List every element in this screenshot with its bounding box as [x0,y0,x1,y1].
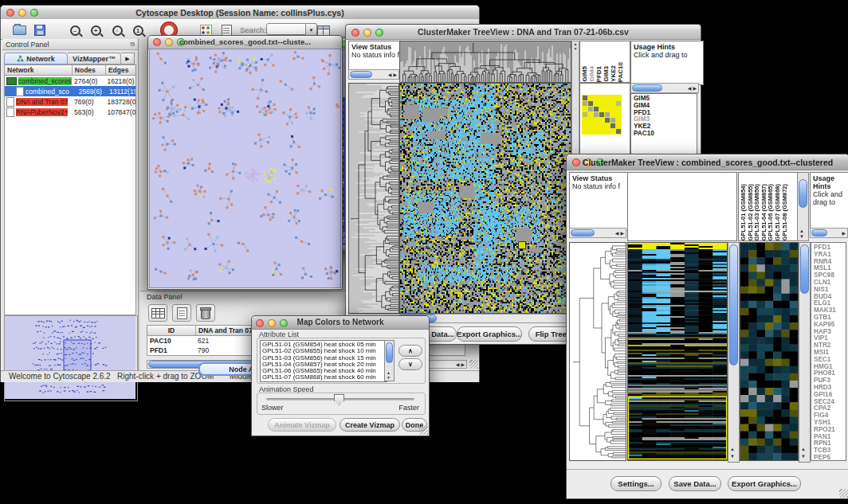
status-welcome: Welcome to Cytoscape 2.6.2 [9,372,111,381]
network-nodes-count: 2569(6) [79,88,109,96]
new-attribute-icon[interactable] [172,304,191,322]
gene-label: PAC10 [634,131,697,138]
network-row[interactable]: combined_scores 2764(0) 16218(0) [5,76,135,86]
tv2-view-status: View Status No status info f [569,172,631,231]
network-name: combined_sco [26,88,69,96]
main-resize-grip[interactable] [469,360,478,369]
gene-label: PEP5 [814,455,846,461]
network-table-header: Network Nodes Edges [4,64,136,76]
tv2-save-data-button[interactable]: Save Data... [669,476,721,491]
tv1-status-scrollbar[interactable]: ◀▶ [348,69,399,80]
scroll-left-icon[interactable]: ◀ [688,85,692,91]
tv2-settings-button[interactable]: Settings... [610,476,662,491]
tv1-column-label: GIM4 [589,66,595,82]
dialog-resize-grip[interactable] [419,426,428,435]
animate-vizmap-button[interactable]: Animate Vizmap [268,418,336,432]
network-table: combined_scores 2764(0) 16218(0) combine… [4,76,136,315]
tv1-column-label: PAC10 [618,62,624,82]
network-overview-panel[interactable] [4,315,138,401]
zoom-in-icon[interactable]: + [87,22,104,38]
scroll-right-icon[interactable]: ▶ [393,72,397,77]
tv1-zoom-heatmap[interactable] [582,95,622,135]
zoom-selected-icon[interactable]: ▫ [108,22,126,38]
network-edges-count: 13112(15) [109,88,135,96]
tv2-status-scrollbar[interactable]: ◀▶ [569,228,626,238]
tv2-global-heatmap[interactable] [627,242,728,461]
create-vizmap-button[interactable]: Create Vizmap [340,418,400,432]
move-down-button[interactable]: ∨ [398,358,422,370]
network-edges-count: 16218(0) [107,77,135,85]
tv2-column-dendrogram[interactable] [627,172,737,241]
scroll-right-icon[interactable]: ▶ [693,85,697,91]
treeview2-title: ClusterMaker TreeView : combined_scores_… [567,158,848,167]
delete-attribute-icon[interactable] [196,304,215,322]
float-panel-icon[interactable]: ⧉ [130,41,135,49]
scroll-left-icon[interactable]: ◀ [615,230,619,236]
network-type-icon [16,87,24,96]
dialog-title-bar[interactable]: Map Colors to Network [252,316,429,330]
tv2-row-dendrogram[interactable] [569,242,626,461]
attribute-list[interactable]: GPL51-01 (GSM854) heat shock 05 minGPL51… [260,340,387,382]
network-type-icon [6,97,14,107]
tab-vizmapper[interactable]: VizMapper™ [68,53,121,64]
tv1-column-label: YKE2 [610,65,617,82]
network-nodes-count: 2764(0) [74,77,107,85]
network-name: DNA and Tran 07 [16,98,68,106]
scroll-right-icon[interactable]: ▶ [842,230,846,236]
data-panel-title: Data Panel [147,293,183,301]
tv2-column-label: GPL51-08 (GSM872) [782,184,789,240]
scroll-left-icon[interactable]: ◀ [456,361,460,367]
network-row[interactable]: RNAPuberNov2+ 563(0) 107847(0) [5,107,135,117]
network-view-window: combined_scores_good.txt--cluste... [147,35,343,290]
select-attributes-icon[interactable] [148,304,167,322]
tv2-labels-vscrollbar[interactable]: ▲▼ [797,172,809,241]
network-type-icon [6,77,17,85]
main-window-title: Cytoscape Desktop (Session Name: collins… [1,8,479,18]
network-view-canvas[interactable] [149,49,341,288]
tab-overflow-arrow-icon[interactable]: ▶ [121,53,135,64]
tv2-resize-grip[interactable] [839,489,848,498]
treeview1-title-bar[interactable]: ClusterMaker TreeView : DNA and Tran 07-… [346,25,701,40]
network-row[interactable]: combined_sco 2569(6) 13112(15) [5,86,135,96]
zoom-out-icon[interactable]: – [66,22,84,38]
tv2-global-vscrollbar[interactable]: ▲▼ [728,242,740,463]
desktop: Cytoscape Desktop (Session Name: collins… [0,0,848,504]
tv1-column-dendrogram[interactable] [399,41,571,83]
attribute-list-item[interactable]: GPL51-07 (GSM868) heat shock 60 min [262,374,387,381]
tv1-global-heatmap[interactable] [399,83,571,314]
network-nodes-count: 769(0) [74,98,107,106]
scroll-right-icon[interactable]: ▶ [620,230,624,236]
tv2-zoom-vscrollbar[interactable]: ▲▼ [799,242,811,463]
zoom-fit-icon[interactable]: 1 [129,22,147,38]
tv2-usage-hints: Usage Hints Click and drag to [810,172,848,231]
scroll-right-icon[interactable]: ▶ [461,361,465,367]
tv2-usage-scrollbar[interactable]: ▶ [810,228,848,238]
tv1-export-graphics-button[interactable]: Export Graphics... [457,326,522,342]
scroll-left-icon[interactable]: ◀ [388,72,392,77]
treeview2-window: ClusterMaker TreeView : combined_scores_… [566,154,848,499]
tv2-export-graphics-button[interactable]: Export Graphics... [728,476,801,491]
tv1-row-dendrogram[interactable] [348,83,399,314]
treeview2-title-bar[interactable]: ClusterMaker TreeView : combined_scores_… [567,154,848,170]
tv2-gene-list[interactable]: PFD1YRA1RNR4MSL1SPC98CLN1NIS1BUD4ELG1MAK… [811,242,846,461]
save-icon[interactable] [31,22,49,38]
main-title-bar[interactable]: Cytoscape Desktop (Session Name: collins… [1,6,479,20]
network-name: combined_scores [18,77,72,85]
network-window-title-bar[interactable]: combined_scores_good.txt--cluste... [148,36,342,49]
control-panel: Control Panel ⧉ Network VizMapper™ ▶ Net… [2,39,139,370]
network-edges-count: 183728(0) [107,98,135,106]
tv1-column-label: PFD1 [596,66,603,82]
network-row[interactable]: DNA and Tran 07 769(0) 183728(0) [5,96,135,107]
network-edges-count: 107847(0) [107,108,135,116]
open-file-icon[interactable] [10,22,28,38]
tab-network[interactable]: Network [4,53,68,64]
treeview1-title: ClusterMaker TreeView : DNA and Tran 07-… [346,27,701,37]
tv1-usage-scrollbar[interactable]: ◀▶ [630,83,699,93]
slower-label: Slower [261,404,284,412]
move-up-button[interactable]: ∧ [398,345,422,357]
tv2-zoom-heatmap[interactable] [740,242,799,461]
network-nodes-count: 563(0) [74,108,107,116]
attribute-list-vscrollbar[interactable]: ▲▼ [384,340,395,381]
tv1-column-label: GIM5 [582,66,588,82]
search-label: Search: [240,25,266,34]
